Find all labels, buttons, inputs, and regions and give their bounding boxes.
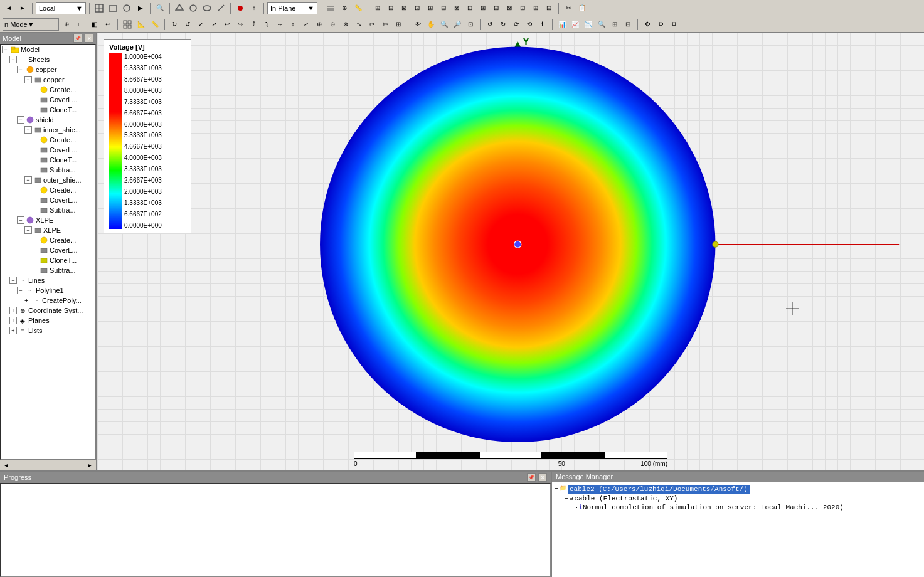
tb-op7[interactable]: ⊠ xyxy=(450,2,463,14)
expand-copper[interactable]: − xyxy=(17,66,24,73)
tb2-op9[interactable]: ↔ xyxy=(273,18,286,31)
tb2-refresh1[interactable]: ↺ xyxy=(484,18,496,31)
tb2-refresh2[interactable]: ↻ xyxy=(497,18,509,31)
tree-node-subtra3[interactable]: Subtra... xyxy=(1,265,95,275)
tb2-op1[interactable]: ↻ xyxy=(168,18,181,31)
tb2-zoom-fit[interactable]: ⊡ xyxy=(464,18,477,31)
tb2-view2[interactable]: ⊟ xyxy=(622,18,634,31)
tb2-op5[interactable]: ↩ xyxy=(221,18,233,31)
tree-node-coverl3[interactable]: CoverL... xyxy=(1,195,95,205)
tb-poly[interactable] xyxy=(173,2,186,14)
tree-node-lists[interactable]: + ≡ Lists xyxy=(1,326,95,336)
tree-node-outer-shie[interactable]: − outer_shie... xyxy=(1,175,95,185)
expand-xlpe-sub[interactable]: − xyxy=(24,226,32,234)
pin-btn[interactable]: 📌 xyxy=(73,34,82,43)
tree-node-inner-shie[interactable]: − inner_shie... xyxy=(1,125,95,135)
tree-node-xlpe-grp[interactable]: − XLPE xyxy=(1,215,95,225)
tb2-1[interactable]: ⊕ xyxy=(60,18,73,31)
tb2-op17[interactable]: ✄ xyxy=(379,18,391,31)
tb2-chart1[interactable]: 📊 xyxy=(556,18,568,31)
tree-node-subtra1[interactable]: Subtra... xyxy=(1,165,95,175)
tb-op9[interactable]: ⊞ xyxy=(477,2,489,14)
tb2-op13[interactable]: ⊖ xyxy=(326,18,339,31)
tb2-op6[interactable]: ↪ xyxy=(234,18,247,31)
tb2-op18[interactable]: ⊞ xyxy=(392,18,405,31)
tb2-op10[interactable]: ↕ xyxy=(287,18,299,31)
tb2-op15[interactable]: ⤡ xyxy=(353,18,365,31)
tree-node-clonet1[interactable]: CloneT... xyxy=(1,105,95,115)
tb2-op11[interactable]: ⤢ xyxy=(300,18,312,31)
tb-op14[interactable]: ⊟ xyxy=(543,2,555,14)
expand-coord[interactable]: + xyxy=(9,307,17,314)
msg-simulation-row[interactable]: − ⊞ cable (Electrostatic, XY) xyxy=(565,494,921,503)
tb2-settings1[interactable]: ⚙ xyxy=(641,18,654,31)
tb2-4[interactable]: ↩ xyxy=(102,18,114,31)
expand-model[interactable]: − xyxy=(2,46,9,53)
tb2-grid[interactable] xyxy=(121,18,134,31)
back-btn[interactable]: ◄ xyxy=(3,2,15,14)
expand-outer[interactable]: − xyxy=(24,176,32,184)
in-plane-dropdown[interactable]: In Plane ▼ xyxy=(267,2,317,14)
tb-copy[interactable]: 📋 xyxy=(576,2,588,14)
tb2-zoomin[interactable]: 🔍 xyxy=(438,18,450,31)
tb-icon-2[interactable] xyxy=(107,2,119,14)
tb2-op2[interactable]: ↺ xyxy=(181,18,194,31)
tree-node-created4[interactable]: Create... xyxy=(1,235,95,245)
tree-node-xlpe-sub[interactable]: − XLPE xyxy=(1,225,95,235)
tree-node-created3[interactable]: Create... xyxy=(1,185,95,195)
local-dropdown[interactable]: Local ▼ xyxy=(36,2,86,14)
tb-op4[interactable]: ⊡ xyxy=(411,2,423,14)
tb-op6[interactable]: ⊟ xyxy=(437,2,450,14)
tb-op1[interactable]: ⊞ xyxy=(371,2,384,14)
progress-close-btn[interactable]: ✕ xyxy=(538,473,547,482)
tb-op13[interactable]: ⊞ xyxy=(529,2,542,14)
tb2-op8[interactable]: ⤵ xyxy=(260,18,273,31)
tb2-op3[interactable]: ↙ xyxy=(194,18,207,31)
msg-project-row[interactable]: − 📁 cable2 (C:/Users/luzhiqi/Documents/A… xyxy=(555,484,921,494)
tb-op10[interactable]: ⊟ xyxy=(490,2,502,14)
tree-node-clonet3[interactable]: CloneT... xyxy=(1,255,95,265)
tb2-settings3[interactable]: ⚙ xyxy=(667,18,680,31)
viewport[interactable]: Voltage [V] 1.0000E+004 9.3333E+003 8.66… xyxy=(97,33,924,470)
tb2-op14[interactable]: ⊗ xyxy=(339,18,352,31)
expand-planes[interactable]: + xyxy=(9,317,17,324)
tb2-chart3[interactable]: 📉 xyxy=(582,18,595,31)
tree-node-coverl4[interactable]: CoverL... xyxy=(1,245,95,255)
tree-node-lines[interactable]: − ~ Lines xyxy=(1,275,95,285)
forward-btn[interactable]: ► xyxy=(16,2,29,14)
tree-node-copper-sub[interactable]: − copper xyxy=(1,75,95,85)
tb2-view1[interactable]: ⊞ xyxy=(608,18,621,31)
tree-node-clonet2[interactable]: CloneT... xyxy=(1,155,95,165)
expand-lists[interactable]: + xyxy=(9,327,17,334)
tb2-3[interactable]: ◧ xyxy=(88,18,100,31)
tb-arrow-up[interactable]: ↑ xyxy=(248,2,260,14)
tb2-refresh4[interactable]: ⟲ xyxy=(523,18,536,31)
tb-op11[interactable]: ⊠ xyxy=(503,2,516,14)
tb2-op7[interactable]: ⤴ xyxy=(247,18,260,31)
tb-op5[interactable]: ⊞ xyxy=(424,2,437,14)
tb-dot-red[interactable] xyxy=(234,2,247,14)
tb2-zoom2[interactable]: 🔍 xyxy=(595,18,608,31)
expand-polyline1[interactable]: − xyxy=(17,287,24,294)
tb-op2[interactable]: ⊟ xyxy=(385,2,397,14)
expand-lines[interactable]: − xyxy=(9,277,17,284)
tb-op3[interactable]: ⊠ xyxy=(398,2,410,14)
tree-node-createpoly[interactable]: + ~ CreatePoly... xyxy=(1,295,95,305)
tree-node-coord-sys[interactable]: + ⊕ Coordinate Syst... xyxy=(1,305,95,315)
tb-ellipse[interactable] xyxy=(201,2,213,14)
tree-node-created1[interactable]: Create... xyxy=(1,85,95,95)
model-tree[interactable]: − Model − — Sheets − copper − xyxy=(0,44,96,460)
tree-node-subtra2[interactable]: Subtra... xyxy=(1,205,95,215)
expand-xlpe[interactable]: − xyxy=(17,216,24,224)
expand-inner[interactable]: − xyxy=(24,126,32,134)
scroll-left-btn[interactable]: ◄ xyxy=(1,461,11,470)
scroll-right-btn[interactable]: ► xyxy=(85,461,95,470)
tb2-zoomout[interactable]: 🔎 xyxy=(451,18,464,31)
tb-search[interactable]: 🔍 xyxy=(154,2,166,14)
tb2-op16[interactable]: ✂ xyxy=(366,18,378,31)
tb2-op12[interactable]: ⊕ xyxy=(313,18,326,31)
tree-node-sheets[interactable]: − — Sheets xyxy=(1,55,95,65)
expand-shield[interactable]: − xyxy=(17,116,24,124)
tb-line[interactable] xyxy=(215,2,227,14)
message-content[interactable]: − 📁 cable2 (C:/Users/luzhiqi/Documents/A… xyxy=(552,482,924,577)
